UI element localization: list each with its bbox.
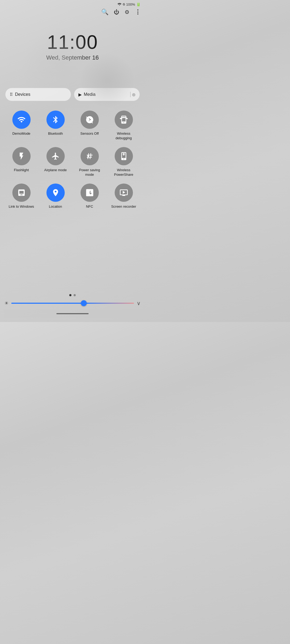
flashlight-icon [12,147,31,165]
page-dot-1 [69,294,71,296]
battery-text: 100% [126,2,135,6]
media-right: ◎ [130,92,135,97]
devices-icon: ⠿ [10,92,13,97]
tiles-row-2: Flashlight Airplane mode Power saving mo… [4,144,141,180]
demomode-icon [12,111,31,129]
airplanemode-icon [46,147,65,165]
tile-airplanemode[interactable]: Airplane mode [41,147,70,177]
wirelessdebugging-icon [115,111,133,129]
clock-date: Wed, September 16 [0,54,145,61]
powersaving-label: Power saving mode [75,168,104,177]
bottom-area: ☀ ∨ [0,291,145,322]
tile-powersaving[interactable]: Power saving mode [75,147,104,177]
tiles-row-3: Link to Windows Location NFC [4,180,141,212]
screenrecorder-icon [115,184,133,202]
linktowindows-label: Link to Windows [9,204,34,209]
sensorsoff-icon [81,111,99,129]
chevron-down-icon[interactable]: ∨ [137,300,141,306]
tile-nfc[interactable]: NFC [75,184,104,209]
tile-linktowindows[interactable]: Link to Windows [7,184,36,209]
wifi-icon [117,2,122,6]
tile-screenrecorder[interactable]: Screen recorder [109,184,139,209]
linktowindows-icon [12,184,31,202]
bluetooth-icon [46,111,65,129]
more-icon[interactable]: ⋮ [135,9,141,16]
power-icon[interactable]: ⏻ [114,9,119,15]
nav-bar-line [56,313,89,314]
settings-icon[interactable]: ⚙ [125,9,129,15]
tile-wirelessdebugging[interactable]: Wireless debugging [109,111,139,141]
screenrecorder-label: Screen recorder [111,204,136,209]
quick-tiles: DemoMode Bluetooth Sensors Off [0,105,145,214]
media-output-icon: ◎ [132,92,135,97]
media-play-icon: ▶ [78,92,82,97]
status-icons: G 100% 🔋 [117,2,141,6]
nav-bar [4,310,141,318]
page-dot-2 [74,294,76,296]
devices-button[interactable]: ⠿ Devices [5,88,71,101]
nfc-label: NFC [86,204,93,209]
tile-demomode[interactable]: DemoMode [7,111,36,141]
media-label: Media [84,92,96,97]
devices-label: Devices [15,92,30,97]
brightness-row: ☀ ∨ [4,300,141,306]
battery-icon: 🔋 [136,2,141,6]
tile-location[interactable]: Location [41,184,70,209]
clock-section: 11:00 Wed, September 16 [0,18,145,72]
media-button[interactable]: ▶ Media ◎ [74,88,140,101]
status-bar: G 100% 🔋 [0,0,145,8]
signal-g: G [123,3,125,6]
brightness-thumb[interactable] [81,300,87,306]
powersaving-icon [81,147,99,165]
tile-bluetooth[interactable]: Bluetooth [41,111,70,141]
demomode-label: DemoMode [12,131,30,136]
location-icon [46,184,65,202]
location-label: Location [49,204,62,209]
sensorsoff-label: Sensors Off [80,131,99,136]
brightness-icon: ☀ [4,300,9,306]
quick-controls: 🔍 ⏻ ⚙ ⋮ [0,8,145,18]
tile-flashlight[interactable]: Flashlight [7,147,36,177]
page-dots [4,294,141,296]
flashlight-label: Flashlight [14,168,29,173]
airplanemode-label: Airplane mode [44,168,67,173]
wirelessdebugging-label: Wireless debugging [109,131,139,141]
wirelesspowershare-label: Wireless PowerShare [109,168,139,177]
clock-time: 11:00 [0,31,145,53]
tile-wirelesspowershare[interactable]: Wireless PowerShare [109,147,139,177]
nfc-icon [81,184,99,202]
tiles-row-1: DemoMode Bluetooth Sensors Off [4,107,141,144]
brightness-slider[interactable] [11,303,134,304]
wirelesspowershare-icon [115,147,133,165]
bluetooth-label: Bluetooth [48,131,63,136]
search-icon[interactable]: 🔍 [101,9,108,16]
shortcut-buttons: ⠿ Devices ▶ Media ◎ [0,83,145,105]
tile-sensorsoff[interactable]: Sensors Off [75,111,104,141]
